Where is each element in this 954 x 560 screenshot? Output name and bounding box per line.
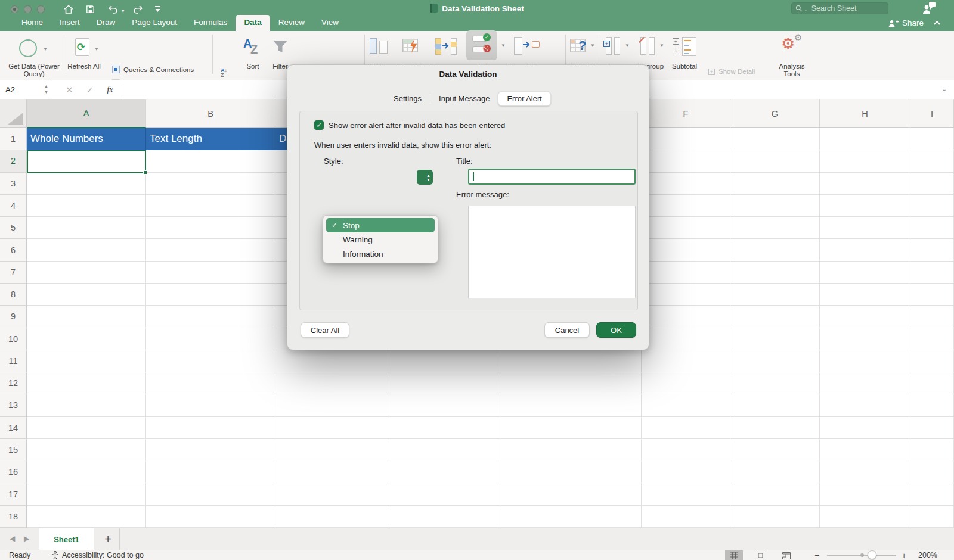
ok-button[interactable]: OK xyxy=(596,322,636,338)
ribbon-tab-insert[interactable]: Insert xyxy=(51,15,88,31)
ribbon-tab-draw[interactable]: Draw xyxy=(88,15,124,31)
search-input[interactable]: ⌄ Search Sheet xyxy=(791,2,888,14)
column-header-a[interactable]: A xyxy=(27,99,146,128)
cell-I5[interactable] xyxy=(910,217,954,239)
cell-I14[interactable] xyxy=(910,417,954,439)
row-header-6[interactable]: 6 xyxy=(0,239,27,261)
cell-G1[interactable] xyxy=(730,128,820,150)
cell-F14[interactable] xyxy=(642,417,730,439)
ribbon-tab-data[interactable]: Data xyxy=(236,15,270,31)
cell-A17[interactable] xyxy=(27,483,146,505)
cell-A16[interactable] xyxy=(27,461,146,483)
cell-B4[interactable] xyxy=(146,195,275,217)
cell-D15[interactable] xyxy=(389,439,500,461)
what-if-dropdown-icon[interactable]: ▼ xyxy=(590,43,595,48)
dialog-tab-error-alert[interactable]: Error Alert xyxy=(498,91,551,106)
style-select-stepper-icon[interactable]: ▲▼ xyxy=(417,170,433,185)
cell-G5[interactable] xyxy=(730,217,820,239)
data-validation-dropdown-icon[interactable]: ▼ xyxy=(501,43,506,48)
cell-I6[interactable] xyxy=(910,239,954,261)
get-data-button[interactable]: ▼ Get Data (Power Query) xyxy=(4,33,64,78)
normal-view-button[interactable] xyxy=(725,550,743,560)
sheet-tab-sheet1[interactable]: Sheet1 xyxy=(39,528,94,550)
row-header-4[interactable]: 4 xyxy=(0,195,27,217)
get-data-dropdown-icon[interactable]: ▼ xyxy=(43,46,48,52)
cell-H17[interactable] xyxy=(820,483,910,505)
cell-I9[interactable] xyxy=(910,306,954,328)
cell-A11[interactable] xyxy=(27,350,146,372)
cell-C12[interactable] xyxy=(275,372,389,394)
name-box-stepper-icon[interactable]: ▲▼ xyxy=(44,83,48,95)
cell-C17[interactable] xyxy=(275,483,389,505)
row-header-15[interactable]: 15 xyxy=(0,439,27,461)
cell-E13[interactable] xyxy=(500,394,642,416)
cell-D16[interactable] xyxy=(389,461,500,483)
cell-E18[interactable] xyxy=(500,506,642,528)
cell-H3[interactable] xyxy=(820,173,910,195)
cell-A3[interactable] xyxy=(27,173,146,195)
expand-formula-bar-chevron-icon[interactable]: ⌄ xyxy=(942,86,947,92)
cell-E15[interactable] xyxy=(500,439,642,461)
cell-G14[interactable] xyxy=(730,417,820,439)
cell-A9[interactable] xyxy=(27,306,146,328)
cell-I15[interactable] xyxy=(910,439,954,461)
ribbon-tab-home[interactable]: Home xyxy=(13,15,51,31)
cell-I1[interactable] xyxy=(910,128,954,150)
cell-A1[interactable]: Whole Numbers xyxy=(27,128,146,150)
ribbon-tab-formulas[interactable]: Formulas xyxy=(185,15,236,31)
sort-button[interactable]: A Z Sort xyxy=(238,33,267,78)
error-message-textarea[interactable] xyxy=(468,206,636,298)
subtotal-button[interactable]: + + Subtotal xyxy=(669,33,700,78)
cell-H6[interactable] xyxy=(820,239,910,261)
cell-G8[interactable] xyxy=(730,284,820,306)
cell-D14[interactable] xyxy=(389,417,500,439)
cell-G16[interactable] xyxy=(730,461,820,483)
cell-H11[interactable] xyxy=(820,350,910,372)
cell-G11[interactable] xyxy=(730,350,820,372)
cell-B9[interactable] xyxy=(146,306,275,328)
row-header-10[interactable]: 10 xyxy=(0,328,27,350)
cell-G2[interactable] xyxy=(730,150,820,172)
ribbon-tab-review[interactable]: Review xyxy=(270,15,313,31)
cell-A15[interactable] xyxy=(27,439,146,461)
cell-B14[interactable] xyxy=(146,417,275,439)
cell-B8[interactable] xyxy=(146,284,275,306)
row-header-12[interactable]: 12 xyxy=(0,372,27,394)
add-sheet-button[interactable]: + xyxy=(100,531,116,547)
cell-F10[interactable] xyxy=(642,328,730,350)
cell-C11[interactable] xyxy=(275,350,389,372)
cell-F3[interactable] xyxy=(642,173,730,195)
row-header-8[interactable]: 8 xyxy=(0,284,27,306)
feedback-person-icon[interactable] xyxy=(922,2,936,14)
cell-D11[interactable] xyxy=(389,350,500,372)
cell-I4[interactable] xyxy=(910,195,954,217)
cell-I16[interactable] xyxy=(910,461,954,483)
select-all-corner[interactable] xyxy=(0,99,27,128)
cell-A7[interactable] xyxy=(27,262,146,284)
row-header-16[interactable]: 16 xyxy=(0,461,27,483)
cell-I18[interactable] xyxy=(910,506,954,528)
cell-G12[interactable] xyxy=(730,372,820,394)
cell-I17[interactable] xyxy=(910,483,954,505)
cell-F9[interactable] xyxy=(642,306,730,328)
cell-A8[interactable] xyxy=(27,284,146,306)
row-header-1[interactable]: 1 xyxy=(0,128,27,150)
cell-H14[interactable] xyxy=(820,417,910,439)
row-header-18[interactable]: 18 xyxy=(0,506,27,528)
cell-I12[interactable] xyxy=(910,372,954,394)
cell-B11[interactable] xyxy=(146,350,275,372)
style-option-stop[interactable]: ✓Stop xyxy=(326,218,435,232)
cell-A5[interactable] xyxy=(27,217,146,239)
sort-ascending-button[interactable]: A↓Z xyxy=(221,68,227,77)
cell-G4[interactable] xyxy=(730,195,820,217)
row-header-5[interactable]: 5 xyxy=(0,217,27,239)
cell-D17[interactable] xyxy=(389,483,500,505)
cell-H1[interactable] xyxy=(820,128,910,150)
cell-G9[interactable] xyxy=(730,306,820,328)
cell-H12[interactable] xyxy=(820,372,910,394)
column-header-g[interactable]: G xyxy=(730,99,820,128)
cell-D18[interactable] xyxy=(389,506,500,528)
cell-E11[interactable] xyxy=(500,350,642,372)
active-cell-selection[interactable] xyxy=(27,150,146,173)
cell-H16[interactable] xyxy=(820,461,910,483)
